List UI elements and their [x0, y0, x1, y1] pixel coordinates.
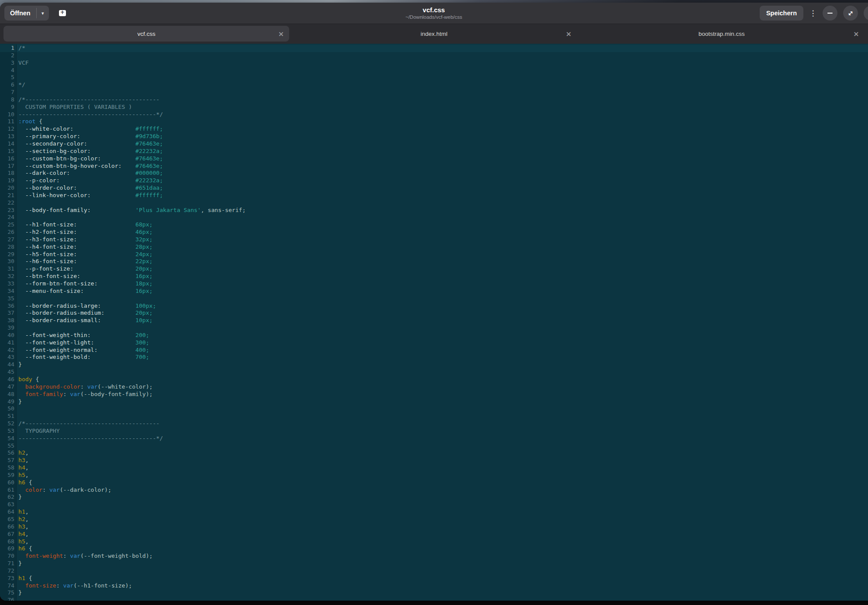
save-button[interactable]: Speichern [760, 6, 803, 21]
line-number: 10 [0, 111, 17, 118]
window-title-block: vcf.css ~/Downloads/vcf-web/css [405, 6, 462, 20]
line-number: 32 [0, 273, 17, 280]
code-line: 65h2, [0, 516, 868, 523]
code-line: 59h5, [0, 472, 868, 479]
code-area[interactable]: 1/*23VCF456*/78/*-----------------------… [0, 44, 868, 601]
code-text [17, 214, 18, 221]
minimize-icon [827, 13, 833, 14]
code-text: /*--------------------------------------… [17, 96, 159, 104]
code-text: --p-font-size: 20px; [17, 265, 152, 273]
code-text [17, 405, 18, 413]
tab-close-button[interactable]: × [851, 28, 861, 39]
code-line: 1/* [0, 45, 868, 52]
code-text [17, 74, 18, 81]
line-number: 27 [0, 236, 17, 243]
line-number: 34 [0, 288, 17, 295]
line-number: 5 [0, 74, 17, 81]
code-text: --form-btn-font-size: 18px; [17, 280, 152, 288]
code-text: h4, [17, 464, 29, 472]
code-text [17, 324, 18, 332]
line-number: 65 [0, 516, 17, 523]
code-text: h2, [17, 449, 29, 457]
close-button[interactable]: × [864, 6, 868, 21]
line-number: 6 [0, 81, 17, 89]
code-line: 32 --btn-font-size: 16px; [0, 273, 868, 280]
line-number: 52 [0, 420, 17, 428]
line-number: 35 [0, 295, 17, 302]
line-number: 4 [0, 67, 17, 74]
code-line: 23 --body-font-family: 'Plus Jakarta San… [0, 207, 868, 214]
line-number: 62 [0, 494, 17, 501]
code-line: 70 font-weight: var(--font-weight-bold); [0, 553, 868, 560]
code-text: ----------------------------------------… [17, 111, 163, 118]
restore-icon: ↔ [846, 9, 855, 17]
tab-label: index.html [421, 31, 448, 37]
code-line: 68h5, [0, 538, 868, 546]
line-number: 44 [0, 361, 17, 369]
code-text: */ [17, 81, 25, 89]
code-line: 6*/ [0, 81, 868, 89]
code-text: --h2-font-size: 46px; [17, 229, 152, 236]
tab-vcf.css[interactable]: vcf.css× [3, 26, 289, 42]
tab-label: vcf.css [138, 31, 156, 37]
menu-button[interactable]: ⋮ [809, 6, 817, 21]
code-text: --border-radius-small: 10px; [17, 317, 152, 324]
tab-close-button[interactable]: × [276, 28, 286, 39]
line-number: 31 [0, 265, 17, 273]
code-line: 11:root { [0, 118, 868, 125]
code-line: 15 --section-bg-color: #22232a; [0, 148, 868, 155]
line-number: 47 [0, 383, 17, 391]
window-title: vcf.css [405, 6, 462, 14]
code-text: h3, [17, 457, 29, 464]
code-line: 43 --font-weight-bold: 700; [0, 354, 868, 361]
open-button[interactable]: Öffnen [4, 6, 36, 21]
line-number: 57 [0, 457, 17, 464]
new-tab-button[interactable]: + [55, 6, 70, 21]
open-split-button: Öffnen ▾ [4, 6, 49, 21]
code-line: 45 [0, 369, 868, 376]
text-editor-window: Öffnen ▾ + vcf.css ~/Downloads/vcf-web/c… [0, 3, 868, 601]
line-number: 12 [0, 125, 17, 133]
open-dropdown-button[interactable]: ▾ [37, 6, 49, 21]
code-text [17, 369, 18, 376]
code-text: --font-weight-thin: 200; [17, 332, 149, 339]
line-number: 21 [0, 192, 17, 199]
tab-close-button[interactable]: × [564, 28, 574, 39]
code-text: --border-color: #651daa; [17, 184, 163, 192]
code-line: 38 --border-radius-small: 10px; [0, 317, 868, 324]
restore-button[interactable]: ↔ [843, 6, 858, 21]
code-line: 46body { [0, 376, 868, 383]
code-text: --btn-font-size: 16px; [17, 273, 152, 280]
code-text: /* [17, 45, 25, 52]
code-line: 64h1, [0, 508, 868, 516]
code-line: 34 --menu-font-size: 16px; [0, 288, 868, 295]
code-text: --font-weight-light: 300; [17, 339, 149, 347]
tab-bar: vcf.css×index.html×bootstrap.min.css× [0, 24, 868, 44]
line-number: 9 [0, 104, 17, 111]
line-number: 7 [0, 89, 17, 96]
minimize-button[interactable] [823, 6, 837, 21]
code-text [17, 442, 18, 450]
code-line: 50 [0, 405, 868, 413]
code-text: --h3-font-size: 32px; [17, 236, 152, 243]
code-line: 51 [0, 413, 868, 420]
code-text: --custom-btn-bg-color: #76463e; [17, 155, 163, 163]
tab-index.html[interactable]: index.html× [291, 26, 577, 42]
kebab-menu-icon: ⋮ [809, 9, 817, 18]
code-line: 19 --p-color: #22232a; [0, 177, 868, 184]
line-number: 38 [0, 317, 17, 324]
line-number: 50 [0, 405, 17, 413]
line-number: 60 [0, 479, 17, 487]
line-number: 42 [0, 347, 17, 354]
chevron-down-icon: ▾ [41, 10, 44, 16]
tab-bootstrap.min.css[interactable]: bootstrap.min.css× [579, 26, 865, 42]
code-line: 5 [0, 74, 868, 81]
code-text: color: var(--dark-color); [17, 487, 111, 494]
code-line: 57h3, [0, 457, 868, 464]
line-number: 24 [0, 214, 17, 221]
code-line: 28 --h4-font-size: 28px; [0, 243, 868, 251]
code-line: 74 font-size: var(--h1-font-size); [0, 582, 868, 590]
code-text: /*--------------------------------------… [17, 420, 159, 428]
code-text: ----------------------------------------… [17, 435, 163, 442]
code-line: 31 --p-font-size: 20px; [0, 265, 868, 273]
